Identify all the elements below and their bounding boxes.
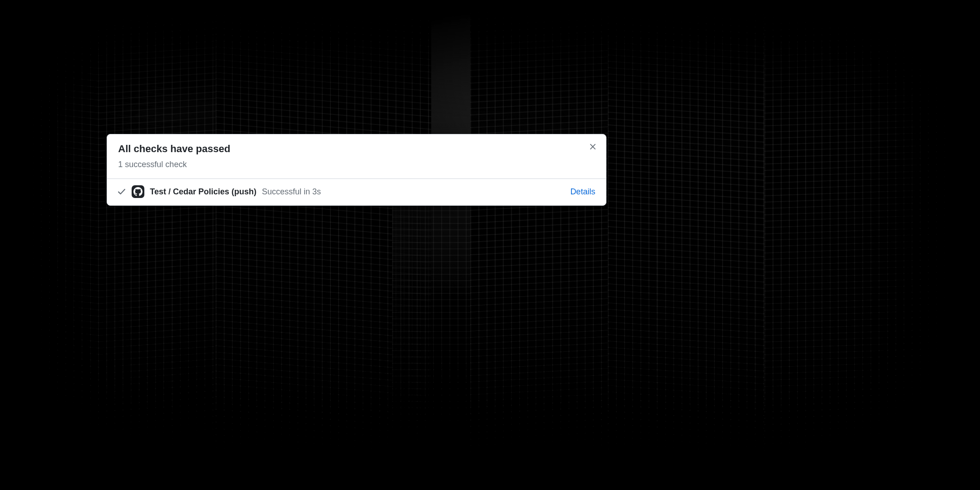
close-button[interactable] [586, 141, 600, 154]
check-status: Successful in 3s [262, 187, 321, 197]
modal-title: All checks have passed [118, 143, 595, 156]
check-name: Test / Cedar Policies (push) [150, 187, 256, 197]
modal-header: All checks have passed 1 successful chec… [107, 134, 606, 179]
checks-modal: All checks have passed 1 successful chec… [107, 134, 606, 206]
details-link[interactable]: Details [570, 187, 595, 197]
github-avatar-icon [132, 185, 144, 198]
check-row: Test / Cedar Policies (push) Successful … [107, 179, 606, 205]
close-icon [589, 143, 597, 152]
background-cityscape [0, 0, 980, 490]
modal-subtitle: 1 successful check [118, 160, 595, 169]
check-icon [117, 187, 126, 196]
